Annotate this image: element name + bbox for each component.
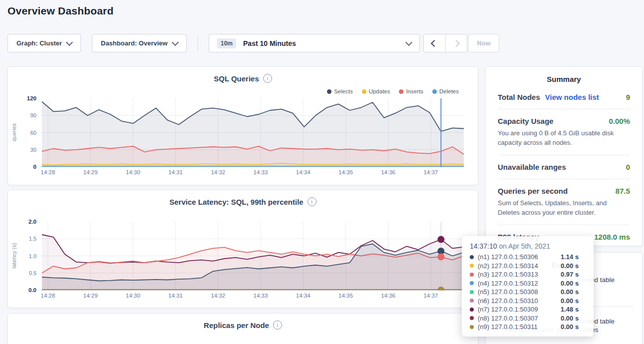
legend-item[interactable]: Selects [327,88,353,94]
tooltip-node-label: (n3) 127.0.0.1:50313 [478,270,557,279]
svg-text:14:30: 14:30 [126,293,140,299]
series-dot-icon [470,290,474,294]
svg-text:14:37: 14:37 [423,169,438,175]
tooltip-row: (n4) 127.0.0.1:503120.00 s [470,279,586,288]
summary-value: 9 [626,93,630,101]
time-range-select[interactable]: 10m Past 10 Minutes [209,34,420,52]
toolbar-divider [198,35,198,51]
legend-dot-icon [399,89,403,94]
tooltip-node-label: (n4) 127.0.0.1:50312 [478,279,557,288]
svg-text:0.0: 0.0 [28,287,36,293]
tooltip-row: (n9) 127.0.0.1:503110.00 s [470,323,586,332]
svg-text:1.0: 1.0 [29,253,36,259]
series-dot-icon [470,316,474,320]
series-dot-icon [470,308,474,312]
chevron-right-icon [453,39,460,46]
svg-text:14:36: 14:36 [381,169,395,175]
sql-queries-title-text: SQL Queries [214,74,259,83]
chevron-down-icon [66,38,73,45]
tooltip-row: (n7) 127.0.0.1:503091.48 s [470,305,586,314]
sql-queries-title: SQL Queries i [8,74,478,83]
tooltip-node-value: 1.48 s [561,305,586,314]
tooltip-time: 14:37:10 [470,242,497,250]
svg-text:14:34: 14:34 [296,293,311,299]
tooltip-node-value: 0.00 s [561,297,586,306]
info-icon[interactable]: i [263,74,272,83]
svg-text:14:33: 14:33 [254,293,268,299]
svg-text:14:28: 14:28 [41,293,55,299]
sql-legend: SelectsUpdatesInsertsDeletes [327,88,459,94]
tooltip-row: (n2) 127.0.0.1:503140.00 s [470,262,586,271]
summary-label: Total Nodes [498,93,540,101]
summary-row: Queries per second87.5Sum of Selects, Up… [498,179,630,225]
svg-text:30: 30 [30,147,36,153]
info-icon[interactable]: i [308,197,317,206]
svg-text:queries: queries [11,123,17,141]
sql-queries-panel: SQL Queries i SelectsUpdatesInsertsDelet… [7,66,478,185]
chevron-down-icon [405,38,412,45]
summary-description: Sum of Selects, Updates, Inserts, and De… [498,198,630,217]
chart-sql[interactable]: 14:2814:2914:3014:3114:3214:3314:3414:35… [8,95,478,179]
series-dot-icon [470,255,474,259]
svg-text:latency (s): latency (s) [11,243,17,269]
legend-label: Inserts [406,88,423,94]
chevron-left-icon [431,39,438,46]
svg-text:14:28: 14:28 [41,169,55,175]
graph-dropdown-label: Graph: Cluster [16,39,62,47]
tooltip-node-label: (n9) 127.0.0.1:50311 [478,323,557,332]
service-latency-panel: Service Latency: SQL, 99th percentile i … [7,190,478,308]
view-nodes-list-link[interactable]: View nodes list [545,93,599,101]
legend-dot-icon [362,89,366,94]
summary-row: Total NodesView nodes list9 [498,85,630,109]
legend-item[interactable]: Inserts [399,88,423,94]
summary-value: 1208.0 ms [594,233,630,241]
tooltip-row: (n5) 127.0.0.1:503080.00 s [470,288,586,297]
svg-text:0.5: 0.5 [29,270,36,276]
time-range-label: Past 10 Minutes [243,39,399,47]
svg-text:0: 0 [33,164,36,170]
series-dot-icon [470,325,474,329]
summary-row-top: Queries per second87.5 [498,187,630,195]
tooltip-node-label: (n5) 127.0.0.1:50308 [478,288,557,297]
summary-label: Queries per second [498,187,568,195]
summary-label: Capacity Usage [498,117,554,125]
svg-text:14:36: 14:36 [381,293,395,299]
service-latency-title: Service Latency: SQL, 99th percentile i [8,197,478,206]
tooltip-row: (n8) 127.0.0.1:503070.00 s [470,314,586,323]
svg-text:14:29: 14:29 [83,169,98,175]
tooltip-row: (n1) 127.0.0.1:503061.14 s [470,253,586,262]
replicas-title: Replicas per Node i [8,321,478,330]
legend-label: Deletes [439,88,459,94]
time-forward-button[interactable] [445,34,467,52]
chart-latency[interactable]: 14:2814:2914:3014:3114:3214:3314:3414:35… [8,219,478,303]
series-dot-icon [470,281,474,285]
summary-value: 87.5 [616,187,630,195]
summary-row-top: Total NodesView nodes list9 [498,93,630,101]
chart-hover-tooltip: 14:37:10 on Apr 5th, 2021 (n1) 127.0.0.1… [462,236,594,337]
now-button[interactable]: Now [468,34,499,52]
replicas-title-text: Replicas per Node [204,321,269,330]
summary-row: Unavailable ranges0 [498,155,630,179]
svg-text:14:32: 14:32 [211,293,225,299]
tooltip-node-value: 0.00 s [561,288,586,297]
tooltip-row: (n3) 127.0.0.1:503130.97 s [470,270,586,279]
dashboard-dropdown[interactable]: Dashboard: Overview [92,34,187,52]
legend-dot-icon [327,89,331,94]
legend-item[interactable]: Deletes [432,88,459,94]
tooltip-node-label: (n8) 127.0.0.1:50307 [478,314,557,323]
tooltip-node-value: 0.00 s [561,279,586,288]
tooltip-node-label: (n7) 127.0.0.1:50309 [478,305,557,314]
legend-item[interactable]: Updates [362,88,390,94]
svg-text:14:37: 14:37 [423,293,438,299]
replicas-per-node-panel: Replicas per Node i [7,313,478,344]
time-back-button[interactable] [424,34,445,52]
info-icon[interactable]: i [273,321,282,330]
graph-dropdown[interactable]: Graph: Cluster [7,34,81,52]
summary-row-top: Unavailable ranges0 [498,163,630,171]
svg-text:2.0: 2.0 [28,219,36,225]
svg-text:14:31: 14:31 [168,169,183,175]
tooltip-node-label: (n2) 127.0.0.1:50314 [478,262,557,271]
chevron-down-icon [172,38,179,45]
summary-panel: Summary Total NodesView nodes list9Capac… [485,66,643,246]
tooltip-node-label: (n1) 127.0.0.1:50306 [478,253,557,262]
